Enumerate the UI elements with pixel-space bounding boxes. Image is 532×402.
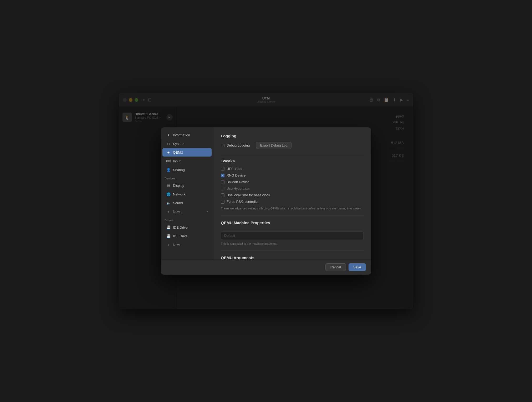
tweaks-hint: These are advanced settings affecting QE… — [221, 206, 364, 211]
system-icon: □ — [166, 141, 171, 146]
rng-device-row: RNG Device — [221, 173, 364, 177]
uefi-boot-row: UEFI Boot — [221, 167, 364, 171]
network-icon: 🌐 — [166, 192, 171, 197]
modal-sidebar-item-display[interactable]: ▤ Display — [162, 181, 212, 190]
uefi-boot-label: UEFI Boot — [227, 167, 242, 171]
display-icon: ▤ — [166, 183, 171, 188]
ide-drive-2-label: IDE Drive — [173, 234, 188, 238]
information-icon: ℹ — [166, 133, 171, 137]
sound-icon: 🔈 — [166, 200, 171, 205]
ide-drive-1-label: IDE Drive — [173, 225, 188, 229]
sharing-label: Sharing — [173, 168, 185, 172]
devices-section-label: Devices — [161, 174, 213, 181]
modal-sidebar-item-qemu[interactable]: ◈ QEMU — [162, 148, 212, 157]
modal-sidebar-item-network[interactable]: 🌐 Network — [162, 190, 212, 198]
modal-sidebar: ℹ Information □ System ◈ QEMU ⌨ Input — [161, 127, 213, 259]
use-local-time-checkbox[interactable] — [221, 193, 224, 197]
balloon-device-row: Balloon Device — [221, 180, 364, 184]
modal-sidebar-item-ide-drive-2[interactable]: 💾 IDE Drive — [162, 232, 212, 240]
debug-logging-checkbox[interactable] — [221, 144, 224, 147]
uefi-boot-checkbox[interactable] — [221, 167, 224, 171]
ide-drive-2-icon: 💾 — [166, 234, 171, 238]
balloon-device-label: Balloon Device — [227, 180, 249, 184]
force-ps2-checkbox[interactable] — [221, 200, 224, 204]
machine-props-input[interactable] — [221, 231, 364, 240]
use-local-time-row: Use local time for base clock — [221, 193, 364, 197]
separator-1 — [221, 154, 364, 154]
modal-sidebar-add-device[interactable]: + New... ▾ — [162, 207, 212, 216]
export-debug-log-button[interactable]: Export Debug Log — [256, 142, 291, 149]
modal-sidebar-item-sound[interactable]: 🔈 Sound — [162, 199, 212, 207]
rng-device-checkbox[interactable] — [221, 174, 224, 177]
qemu-settings-modal: ℹ Information □ System ◈ QEMU ⌨ Input — [161, 127, 371, 275]
add-drive-icon: + — [166, 242, 171, 247]
use-hypervisor-row: Use Hypervisor — [221, 187, 364, 190]
drives-section-label: Drives — [161, 216, 213, 223]
use-hypervisor-checkbox[interactable] — [221, 187, 224, 190]
logging-section-title: Logging — [221, 134, 364, 138]
use-hypervisor-label: Use Hypervisor — [227, 187, 250, 190]
modal-footer: Cancel Save — [161, 259, 371, 275]
modal-sidebar-item-ide-drive-1[interactable]: 💾 IDE Drive — [162, 223, 212, 232]
separator-2 — [221, 215, 364, 216]
modal-sidebar-item-input[interactable]: ⌨ Input — [162, 157, 212, 165]
force-ps2-label: Force PS/2 controller — [227, 200, 259, 204]
modal-sidebar-item-sharing[interactable]: 👤 Sharing — [162, 165, 212, 174]
machine-props-hint: This is appended to the -machine argumen… — [221, 242, 364, 246]
add-device-label: New... — [173, 210, 182, 214]
debug-logging-label: Debug Logging — [227, 143, 250, 147]
modal-overlay: ℹ Information □ System ◈ QEMU ⌨ Input — [119, 93, 413, 309]
input-icon: ⌨ — [166, 159, 171, 163]
display-label: Display — [173, 184, 184, 188]
modal-main-content: Logging Debug Logging Export Debug Log T… — [213, 127, 371, 259]
debug-logging-row: Debug Logging — [221, 143, 250, 147]
modal-sidebar-item-system[interactable]: □ System — [162, 139, 212, 148]
qemu-label: QEMU — [173, 150, 183, 154]
force-ps2-row: Force PS/2 controller — [221, 200, 364, 204]
sharing-icon: 👤 — [166, 167, 171, 172]
cancel-button[interactable]: Cancel — [325, 263, 346, 271]
sound-label: Sound — [173, 201, 183, 205]
machine-props-section-title: QEMU Machine Properties — [221, 220, 364, 225]
information-label: Information — [173, 133, 190, 137]
input-label: Input — [173, 159, 181, 163]
use-local-time-label: Use local time for base clock — [227, 193, 270, 197]
system-label: System — [173, 142, 184, 146]
main-window: + ⊟ UTM Ubuntu Server 🗑 ⧉ 📋 ⬆ ▶ ≡ 🐧 Ubun… — [119, 93, 413, 309]
modal-body: ℹ Information □ System ◈ QEMU ⌨ Input — [161, 127, 371, 259]
tweaks-section-title: Tweaks — [221, 159, 364, 163]
qemu-icon: ◈ — [166, 150, 171, 155]
add-device-chevron: ▾ — [207, 210, 208, 213]
balloon-device-checkbox[interactable] — [221, 180, 224, 184]
add-device-icon: + — [166, 209, 171, 214]
modal-sidebar-item-information[interactable]: ℹ Information — [162, 131, 212, 139]
save-button[interactable]: Save — [349, 263, 366, 271]
ide-drive-1-icon: 💾 — [166, 225, 171, 230]
modal-sidebar-add-drive[interactable]: + New... — [162, 240, 212, 249]
add-drive-label: New... — [173, 243, 182, 247]
rng-device-label: RNG Device — [227, 173, 245, 177]
qemu-arguments-section-title: QEMU Arguments — [221, 255, 364, 259]
separator-3 — [221, 250, 364, 251]
network-label: Network — [173, 192, 186, 196]
